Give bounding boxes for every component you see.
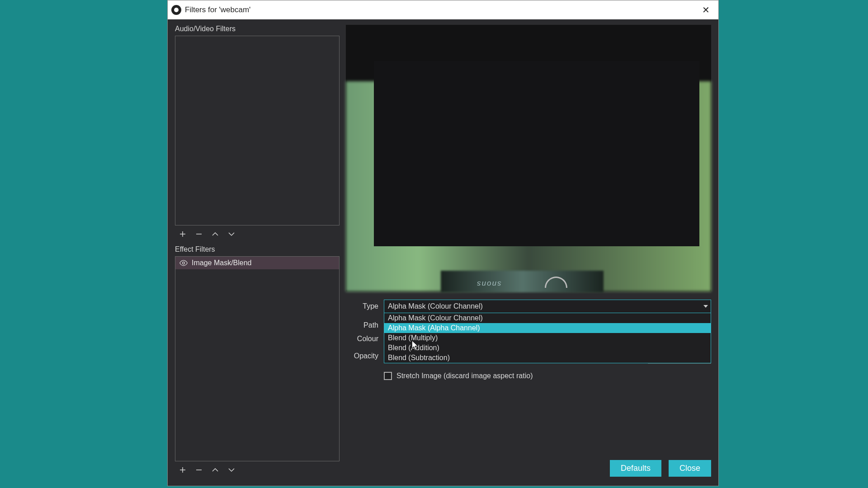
visibility-icon[interactable] xyxy=(179,258,188,267)
type-label: Type xyxy=(346,302,379,310)
type-row: Type Alpha Mask (Colour Channel) Alpha M… xyxy=(346,300,711,313)
left-column: Audio/Video Filters Effect Filters Image… xyxy=(175,25,340,479)
list-item[interactable]: Image Mask/Blend xyxy=(175,257,339,269)
dropdown-option[interactable]: Blend (Addition) xyxy=(384,343,711,353)
svg-point-0 xyxy=(183,262,185,264)
close-button[interactable]: Close xyxy=(669,460,711,477)
av-filters-label: Audio/Video Filters xyxy=(175,25,340,33)
dialog-content: Audio/Video Filters Effect Filters Image… xyxy=(168,19,718,486)
remove-icon[interactable] xyxy=(192,464,206,476)
stretch-label: Stretch Image (discard image aspect rati… xyxy=(396,372,533,380)
colour-label: Colour xyxy=(346,335,379,343)
type-dropdown: Alpha Mask (Colour Channel) Alpha Mask (… xyxy=(384,313,711,363)
titlebar: Filters for 'webcam' ✕ xyxy=(168,0,718,19)
close-icon[interactable]: ✕ xyxy=(697,1,715,19)
move-down-icon[interactable] xyxy=(225,228,238,240)
effect-filters-label: Effect Filters xyxy=(175,245,340,253)
av-filters-list[interactable] xyxy=(175,36,340,225)
filters-dialog: Filters for 'webcam' ✕ Audio/Video Filte… xyxy=(167,0,719,486)
add-icon[interactable] xyxy=(176,228,189,240)
effect-filters-toolbar xyxy=(175,461,340,479)
preview-monitor-base xyxy=(441,271,604,292)
right-column: snons Type Alpha Mask (Colour Channel) A… xyxy=(346,25,711,479)
preview-brand-text: snons xyxy=(476,279,501,288)
stretch-row: Stretch Image (discard image aspect rati… xyxy=(384,372,711,380)
av-filters-toolbar xyxy=(175,225,340,243)
move-up-icon[interactable] xyxy=(208,464,222,476)
remove-icon[interactable] xyxy=(192,228,206,240)
move-up-icon[interactable] xyxy=(208,228,222,240)
dialog-buttons: Defaults Close xyxy=(610,460,711,477)
dropdown-option[interactable]: Blend (Subtraction) xyxy=(384,353,711,363)
path-label: Path xyxy=(346,321,379,329)
dropdown-option[interactable]: Alpha Mask (Alpha Channel) xyxy=(384,323,711,333)
dropdown-option[interactable]: Blend (Multiply) xyxy=(384,333,711,343)
move-down-icon[interactable] xyxy=(225,464,238,476)
type-select[interactable]: Alpha Mask (Colour Channel) xyxy=(384,300,711,313)
defaults-button[interactable]: Defaults xyxy=(610,460,661,477)
effect-filters-list[interactable]: Image Mask/Blend xyxy=(175,256,340,461)
preview-mask-overlay xyxy=(374,61,699,246)
stretch-checkbox[interactable] xyxy=(384,372,392,380)
chevron-down-icon xyxy=(703,305,708,308)
properties-form: Type Alpha Mask (Colour Channel) Alpha M… xyxy=(346,291,711,380)
dropdown-option[interactable]: Alpha Mask (Colour Channel) xyxy=(384,313,711,323)
window-title: Filters for 'webcam' xyxy=(185,5,697,14)
app-icon xyxy=(171,5,181,15)
preview-area: snons xyxy=(346,25,711,291)
filter-item-label: Image Mask/Blend xyxy=(192,259,252,267)
add-icon[interactable] xyxy=(176,464,189,476)
opacity-label: Opacity xyxy=(346,352,379,360)
type-select-value: Alpha Mask (Colour Channel) xyxy=(388,302,483,310)
